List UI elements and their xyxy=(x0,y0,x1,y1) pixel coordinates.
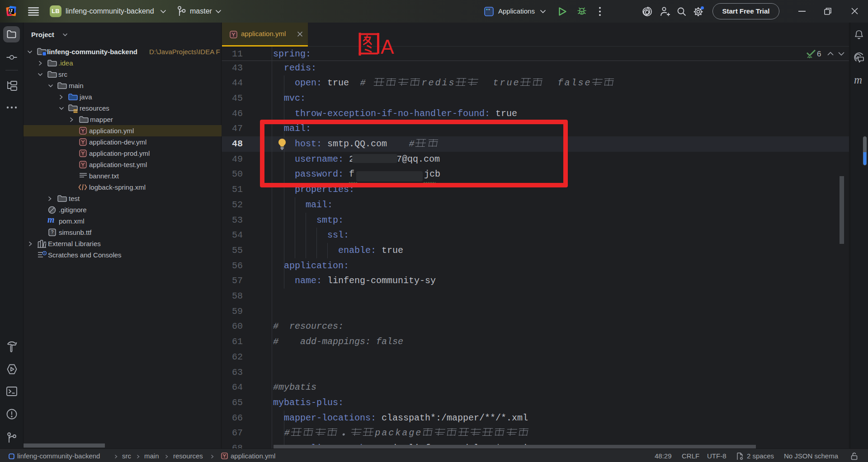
svg-text:?: ? xyxy=(51,230,54,235)
